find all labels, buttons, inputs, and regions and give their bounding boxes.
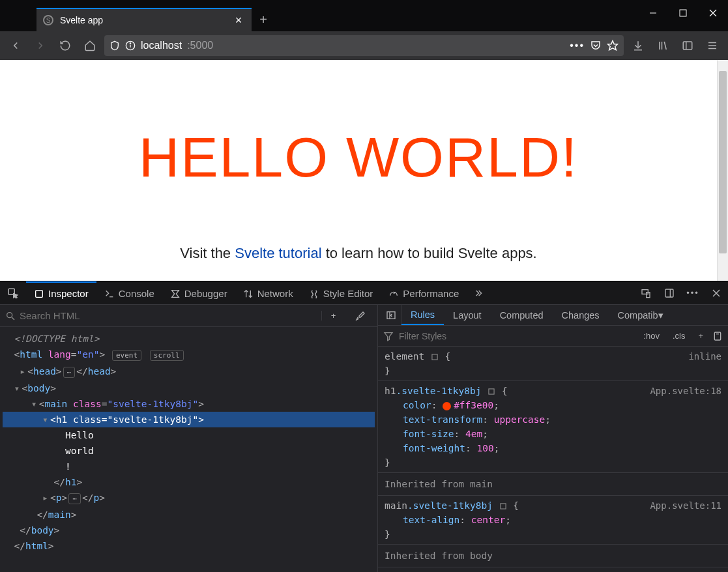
downloads-button[interactable] [628,35,648,56]
page-paragraph: Visit the Svelte tutorial to learn how t… [0,245,717,262]
css-panel: Rules Layout Computed Changes Compatib ▾… [378,305,728,572]
cls-toggle[interactable]: .cls [669,330,690,342]
dom-node[interactable]: </main> [3,507,375,522]
svg-rect-13 [683,42,692,50]
style-editor-icon [309,289,319,299]
css-tab-rules[interactable]: Rules [401,305,444,325]
devtools-overflow-button[interactable] [467,281,490,304]
dom-tree[interactable]: <!DOCTYPE html> <html lang="en"> event s… [0,327,377,572]
tab-strip: S Svelte app × + [0,5,728,31]
bookmark-star-icon[interactable] [607,40,619,51]
minimize-button[interactable] [638,0,668,26]
css-rule[interactable]: h1.svelte-1tky8bj { App.svelte:18 color:… [378,381,728,473]
performance-icon [388,289,399,299]
element-picker-button[interactable] [0,281,26,304]
responsive-mode-button[interactable] [634,288,658,298]
dom-node-selected[interactable]: ▾<h1 class="svelte-1tky8bj"> [3,412,375,427]
page-content: HELLO WORLD! Visit the Svelte tutorial t… [0,60,717,281]
svg-rect-40 [501,504,506,509]
dom-node[interactable]: ▸<head>⋯</head> [3,364,375,380]
dom-node[interactable]: </body> [3,522,375,538]
css-tab-layout[interactable]: Layout [444,305,491,325]
svg-marker-35 [385,332,392,340]
page-actions-icon[interactable]: ••• [570,40,585,51]
dock-mode-button[interactable] [658,288,681,298]
dom-node[interactable]: ▸<p>⋯</p> [3,490,375,507]
svg-rect-39 [489,389,494,394]
info-icon[interactable] [125,40,136,51]
close-tab-icon[interactable]: × [232,14,245,27]
browser-tab[interactable]: S Svelte app × [36,8,252,31]
reload-button[interactable] [55,35,76,56]
page-scrollbar[interactable] [717,60,728,281]
dom-node[interactable]: </html> [3,538,375,554]
dom-panel: + <!DOCTYPE html> <html lang="en"> event… [0,305,378,572]
dom-text-node[interactable]: world [3,443,375,459]
dom-node[interactable]: <html lang="en"> event scroll [3,347,375,364]
dom-node[interactable]: </h1> [3,474,375,490]
css-rule[interactable]: main.svelte-1tky8bj { App.svelte:11 text… [378,496,728,545]
inherited-section: Inherited from main [378,473,728,496]
rule-source[interactable]: App.svelte:11 [650,498,721,513]
rule-source[interactable]: App.svelte:18 [650,384,721,398]
light-mode-icon[interactable] [712,331,723,341]
maximize-button[interactable] [668,0,698,26]
svelte-tutorial-link[interactable]: Svelte tutorial [235,245,321,261]
devtools: Inspector Console Debugger Network Style… [0,281,728,572]
svelte-favicon: S [43,15,53,25]
forward-button[interactable] [30,35,51,56]
dom-text-node[interactable]: Hello [3,427,375,443]
dom-node[interactable]: <!DOCTYPE html> [3,331,375,347]
highlight-icon[interactable] [487,387,496,396]
css-tab-changes[interactable]: Changes [553,305,609,325]
color-swatch[interactable] [443,402,451,410]
eyedropper-button[interactable] [349,311,372,321]
tab-debugger[interactable]: Debugger [162,281,235,304]
app-menu-button[interactable] [702,35,723,56]
pocket-icon[interactable] [590,40,602,51]
add-rule-button[interactable]: + [694,330,707,342]
close-window-button[interactable] [698,0,728,26]
url-bar[interactable]: localhost:5000 ••• [104,35,624,56]
css-tab-compat[interactable]: Compatib ▾ [609,305,673,325]
svg-point-6 [130,43,130,44]
tab-performance[interactable]: Performance [381,281,467,304]
sidebar-button[interactable] [677,35,698,56]
css-rules-list[interactable]: element { inline } h1.svelte-1tky8bj { A… [378,347,728,572]
dom-text-node[interactable]: ! [3,459,375,474]
rule-source[interactable]: inline [688,349,721,364]
svg-rect-19 [36,290,43,297]
svg-line-32 [12,317,14,320]
tab-network[interactable]: Network [235,281,301,304]
dom-node[interactable]: ▾<main class="svelte-1tky8bj"> [3,396,375,412]
devtools-menu-button[interactable]: ••• [681,288,705,298]
svg-rect-1 [680,10,686,16]
highlight-icon[interactable] [499,502,508,511]
network-icon [243,289,254,299]
window-controls [638,0,728,26]
hov-toggle[interactable]: :hov [639,330,663,342]
svg-marker-21 [171,290,179,297]
highlight-icon[interactable] [430,352,439,362]
dom-node[interactable]: ▾<body> [3,380,375,396]
svg-point-31 [7,312,12,317]
library-button[interactable] [652,35,673,56]
search-html-input[interactable] [20,310,317,321]
search-icon [5,311,16,321]
scrollbar-thumb[interactable] [719,71,727,253]
css-tab-computed[interactable]: Computed [491,305,553,325]
devtools-close-button[interactable] [705,288,728,298]
console-icon [104,289,115,299]
toggle-3pane-button[interactable] [381,305,401,325]
tab-inspector[interactable]: Inspector [26,281,96,304]
add-node-button[interactable]: + [321,311,345,321]
back-button[interactable] [5,35,26,56]
tab-console[interactable]: Console [96,281,162,304]
new-tab-button[interactable]: + [252,8,275,31]
tab-style-editor[interactable]: Style Editor [301,281,381,304]
svg-line-12 [664,42,666,50]
css-rule[interactable]: element { inline } [378,347,728,381]
home-button[interactable] [80,35,100,56]
filter-styles-input[interactable] [399,331,634,341]
devtools-tabstrip: Inspector Console Debugger Network Style… [0,281,728,305]
